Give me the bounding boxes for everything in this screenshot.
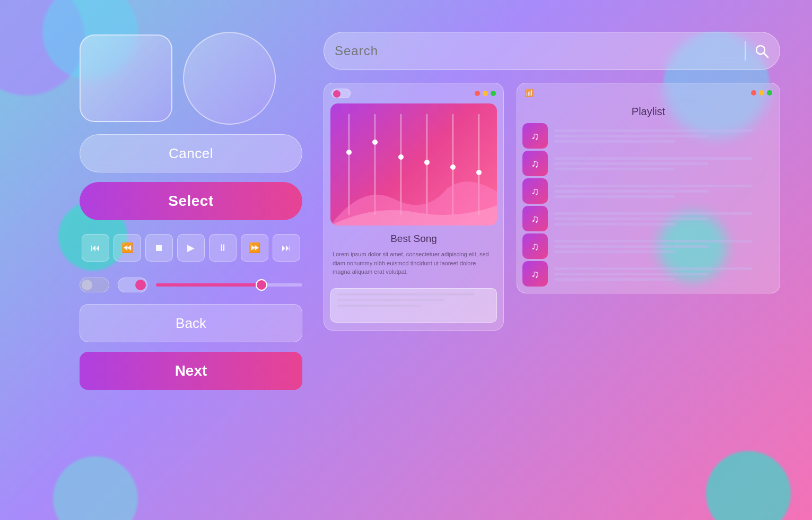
track-line [554,245,709,248]
stop-button[interactable]: ⏹ [145,234,173,262]
music-visualizer [330,103,497,226]
viz-knob-3 [398,154,404,160]
viz-knob-4 [424,160,430,165]
song-info: Best Song Lorem ipsum dolor sit amet, co… [324,226,503,284]
list-item[interactable]: ♫ [522,178,774,204]
mini-line-1 [337,293,475,296]
track-line [554,162,709,165]
track-info-2 [554,157,774,170]
playlist-dot-red [751,90,756,96]
track-line [554,195,675,198]
glass-circle-shape [183,32,276,125]
viz-knob-5 [450,164,456,170]
left-panel: Cancel Select ⏮ ⏪ ⏹ ▶ ⏸ ⏩ ⏭ Back [80,32,302,390]
next-button[interactable]: Next [80,352,302,390]
search-icon [754,44,769,58]
volume-slider[interactable] [156,283,302,287]
cancel-button[interactable]: Cancel [80,134,302,172]
track-line [554,267,753,270]
player-bottom-card [330,288,497,323]
track-line [554,168,675,170]
list-item[interactable]: ♫ [522,206,774,231]
track-line [554,273,709,275]
track-line [554,135,709,137]
playlist-items: ♫ ♫ [517,123,780,293]
glass-square-shape [80,34,172,122]
track-line [554,129,753,132]
playlist-title: Playlist [517,102,780,123]
track-line [554,185,753,187]
window-dot-yellow [483,91,488,96]
list-item[interactable]: ♫ [522,261,774,287]
search-button[interactable] [754,44,769,58]
playlist-window-dots [751,90,772,96]
toggle-on-knob [135,280,146,290]
playlist-dot-yellow [759,90,764,96]
player-titlebar [324,83,503,103]
controls-row [80,275,302,294]
search-bar [324,32,780,70]
player-toggle[interactable] [331,89,351,98]
window-dot-red [475,91,480,96]
pause-button[interactable]: ⏸ [209,234,237,262]
shapes-row [80,32,302,125]
viz-knob-2 [372,140,378,145]
song-description: Lorem ipsum dolor sit amet, consectetuer… [333,250,495,276]
track-line [554,212,753,215]
viz-wave [330,172,497,226]
list-item[interactable]: ♫ [522,123,774,149]
search-input[interactable] [335,44,736,58]
play-button[interactable]: ▶ [177,234,205,262]
viz-knob-1 [346,150,352,155]
track-line [554,218,709,220]
track-line [554,250,675,253]
track-thumbnail-6: ♫ [522,261,548,287]
track-thumbnail-1: ♫ [522,123,548,149]
svg-line-1 [764,53,768,57]
track-line [554,240,753,242]
main-container: Cancel Select ⏮ ⏪ ⏹ ▶ ⏸ ⏩ ⏭ Back [80,32,780,390]
skip-forward-button[interactable]: ⏭ [273,234,300,262]
track-line [554,157,753,160]
right-section: Best Song Lorem ipsum dolor sit amet, co… [324,32,780,331]
track-info-6 [554,267,774,281]
track-info-4 [554,212,774,226]
playlist-dot-green [767,90,772,96]
track-line [554,223,675,226]
track-thumbnail-2: ♫ [522,151,548,176]
search-divider [745,41,746,60]
playlist-panel: 📶 Playlist ♫ [517,83,780,293]
rewind-button[interactable]: ⏪ [113,234,141,262]
toggle-off[interactable] [80,278,109,292]
playlist-wifi-icon: 📶 [525,89,534,97]
player-toggle-knob [333,90,340,98]
toggle-on[interactable] [118,278,147,292]
mini-line-2 [337,299,444,301]
track-thumbnail-4: ♫ [522,206,548,231]
track-line [554,190,709,193]
window-dot-green [491,91,496,96]
panels-row: Best Song Lorem ipsum dolor sit amet, co… [324,83,780,331]
back-button[interactable]: Back [80,304,302,342]
slider-thumb[interactable] [256,279,267,291]
media-controls-row: ⏮ ⏪ ⏹ ▶ ⏸ ⏩ ⏭ [80,230,302,266]
track-thumbnail-5: ♫ [522,233,548,259]
track-line [554,278,675,281]
track-info-5 [554,240,774,253]
skip-back-button[interactable]: ⏮ [82,234,109,262]
player-mini-lines [337,293,490,307]
track-line [554,140,675,143]
toggle-off-knob [82,280,92,290]
decorative-blob-3 [53,456,138,520]
track-info-1 [554,129,774,143]
player-panel: Best Song Lorem ipsum dolor sit amet, co… [324,83,504,331]
track-thumbnail-3: ♫ [522,178,548,204]
list-item[interactable]: ♫ [522,233,774,259]
list-item[interactable]: ♫ [522,151,774,176]
fast-forward-button[interactable]: ⏩ [241,234,268,262]
player-window-dots [475,91,496,96]
track-info-3 [554,185,774,198]
decorative-blob-7 [706,451,791,520]
playlist-titlebar: 📶 [517,83,780,102]
select-button[interactable]: Select [80,182,302,220]
